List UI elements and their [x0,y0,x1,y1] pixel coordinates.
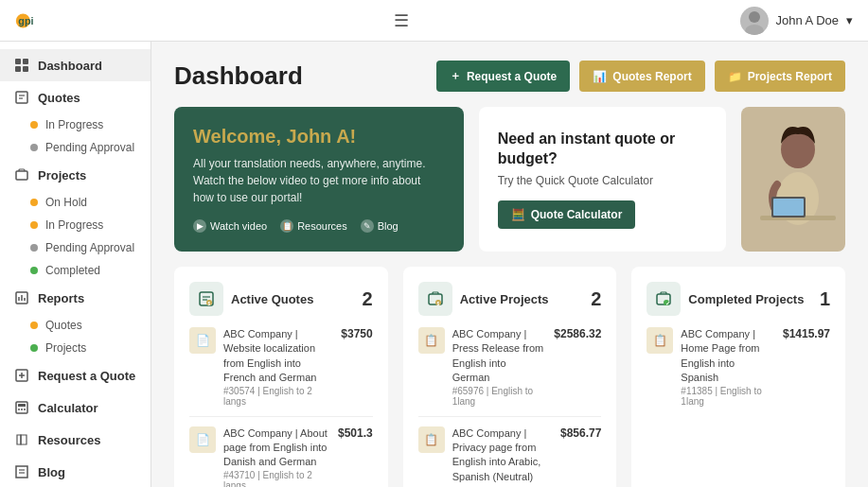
svg-text:✓: ✓ [665,301,670,306]
quote-doc-icon: 📄 [189,426,216,453]
active-quotes-item-0-name: ABC Company | Website localization from … [223,327,333,386]
completed-projects-icon: ✓ [647,282,681,316]
user-name-label: John A Doe [776,13,840,27]
avatar [740,7,769,35]
navbar: gpi ☰ John A Doe ▾ [0,0,868,42]
completed-projects-item-0-price: $1415.97 [783,327,830,340]
sidebar-item-dashboard[interactable]: Dashboard [0,49,151,81]
watch-video-link[interactable]: ▶ Watch video [193,219,267,233]
sidebar-projects-pending-label: Pending Approval [45,241,134,254]
quotes-report-button[interactable]: 📊 Quotes Report [579,61,704,92]
request-quote-button[interactable]: ＋ Request a Quote [436,61,570,92]
active-quotes-item-0[interactable]: 📄 ABC Company | Website localization fro… [189,327,373,407]
svg-rect-5 [23,59,28,64]
quick-quote-card: Need an instant quote or budget? Try the… [479,107,726,252]
sidebar-request-quote-label: Request a Quote [38,369,135,383]
quotes-icon [13,89,30,106]
active-projects-item-0-meta: #65976 | English to 1lang [452,386,547,407]
sidebar-sub-projects-inprogress[interactable]: In Progress [0,214,151,236]
sidebar-sub-quotes-inprogress[interactable]: In Progress [0,113,151,136]
quote-calculator-button[interactable]: 🧮 Quote Calculator [498,200,636,229]
sidebar-sub-reports-projects[interactable]: Projects [0,337,151,359]
play-icon: ▶ [193,219,206,233]
completed-projects-item-0-meta: #11385 | English to 1lang [681,386,775,407]
svg-rect-20 [18,404,26,407]
svg-rect-11 [16,171,27,180]
projects-report-button[interactable]: 📁 Projects Report [715,61,845,92]
sidebar-sub-projects-onhold[interactable]: On Hold [0,191,151,214]
active-quotes-icon: $ [189,282,223,316]
active-quotes-title-text: Active Quotes [231,292,313,306]
active-projects-count: 2 [591,288,601,310]
resources-icon [13,431,30,448]
dot-green-icon [30,344,38,352]
blog-icon [13,463,30,480]
quick-quote-title: Need an instant quote or budget? [498,130,707,169]
dot-orange-icon [30,322,38,329]
completed-projects-title: ✓ Completed Projects [647,282,804,316]
dashboard-actions: ＋ Request a Quote 📊 Quotes Report 📁 Proj… [436,61,845,92]
sidebar-item-quotes[interactable]: Quotes [0,81,151,113]
sidebar-calculator-label: Calculator [38,401,98,415]
welcome-title: Welcome, John A! [193,126,445,148]
blog-link-icon: ✎ [361,219,374,233]
quotes-report-btn-label: Quotes Report [612,70,691,83]
active-quotes-header: $ Active Quotes 2 [189,282,373,316]
sidebar-sub-quotes-pending[interactable]: Pending Approval [0,136,151,159]
quick-quote-subtitle: Try the Quick Quote Calculator [498,174,707,187]
hamburger-icon[interactable]: ☰ [394,10,409,31]
sidebar-item-request-quote[interactable]: Request a Quote [0,359,151,391]
quote-doc-icon: 📄 [189,327,216,354]
completed-projects-count: 1 [820,288,830,310]
sidebar-item-resources[interactable]: Resources [0,424,151,456]
active-quotes-item-1[interactable]: 📄 ABC Company | About page from English … [189,426,373,487]
welcome-links: ▶ Watch video 📋 Resources ✎ Blog [193,219,445,233]
sidebar-quotes-label: Quotes [38,91,80,105]
completed-projects-item-0-name: ABC Company | Home Page from English int… [681,327,775,386]
svg-rect-19 [16,402,27,413]
svg-text:gpi: gpi [18,15,33,26]
active-quotes-item-1-price: $501.3 [338,426,373,440]
resources-link[interactable]: 📋 Resources [280,219,347,233]
user-menu[interactable]: John A Doe ▾ [740,7,854,35]
chevron-down-icon: ▾ [846,13,853,27]
reports-icon [13,289,30,306]
active-projects-title-text: Active Projects [460,292,549,306]
svg-point-2 [749,11,760,23]
sidebar-sub-projects-completed[interactable]: Completed [0,259,151,282]
sidebar-item-reports[interactable]: Reports [0,282,151,314]
sidebar-reports-quotes-label: Quotes [45,319,82,332]
sidebar-item-projects[interactable]: Projects [0,159,151,191]
logo: gpi [15,9,62,32]
completed-projects-header: ✓ Completed Projects 1 [647,282,830,316]
active-quotes-title: $ Active Quotes [189,282,313,316]
sidebar-sub-reports-quotes[interactable]: Quotes [0,314,151,337]
welcome-text: All your translation needs, anywhere, an… [193,155,445,206]
blog-label: Blog [378,220,399,232]
plus-icon: ＋ [450,68,461,84]
active-projects-icon: $ [418,282,452,316]
active-quotes-item-0-price: $3750 [341,327,372,340]
svg-rect-31 [773,199,804,216]
page-title: Dashboard [174,61,303,91]
main-layout: Dashboard Quotes In Progress Pending App… [0,42,868,487]
top-cards-row: Welcome, John A! All your translation ne… [174,107,845,252]
completed-projects-item-0[interactable]: 📋 ABC Company | Home Page from English i… [647,327,830,407]
active-projects-item-1[interactable]: 📋 ABC Company | Privacy page from Englis… [418,426,602,487]
sidebar-item-calculator[interactable]: Calculator [0,391,151,424]
sidebar-projects-inprogress-label: In Progress [45,218,103,232]
sidebar-sub-projects-pending[interactable]: Pending Approval [0,236,151,259]
svg-point-21 [18,409,20,410]
sidebar-item-blog[interactable]: Blog [0,456,151,487]
svg-rect-6 [15,66,21,72]
blog-link[interactable]: ✎ Blog [361,219,399,233]
project-doc-icon: 📋 [418,327,445,354]
sidebar-dashboard-label: Dashboard [38,59,102,73]
dot-orange-icon [30,121,38,129]
svg-point-3 [745,25,764,35]
svg-point-23 [24,409,26,410]
active-projects-item-0-price: $2586.32 [554,327,601,340]
active-projects-item-0[interactable]: 📋 ABC Company | Press Release from Engli… [418,327,602,407]
dashboard-icon [13,57,30,74]
request-quote-btn-label: Request a Quote [467,70,557,83]
